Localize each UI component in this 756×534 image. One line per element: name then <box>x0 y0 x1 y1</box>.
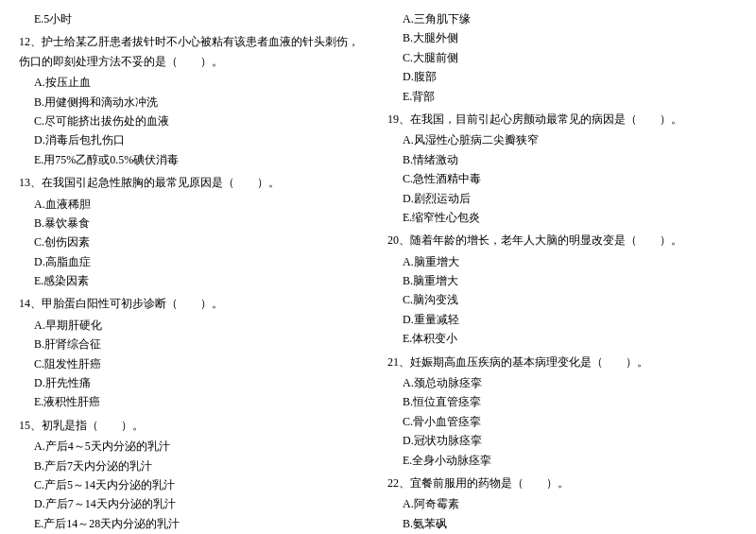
page-content: E.5小时12、护士给某乙肝患者拔针时不小心被粘有该患者血液的针头刺伤，伤口的即… <box>19 9 737 534</box>
option-text: A.三角肌下缘 <box>387 9 737 28</box>
left-column: E.5小时12、护士给某乙肝患者拔针时不小心被粘有该患者血液的针头刺伤，伤口的即… <box>19 9 369 534</box>
question-title: 19、在我国，目前引起心房颤动最常见的病因是（ ）。 <box>387 110 737 129</box>
option-text: B.暴饮暴食 <box>19 214 369 233</box>
option-text: A.阿奇霉素 <box>387 494 737 513</box>
option-text: E.体积变小 <box>387 329 737 348</box>
option-e5: E.5小时 <box>19 9 369 28</box>
option-text: E.液积性肝癌 <box>19 392 369 411</box>
option-text: B.肝肾综合征 <box>19 335 369 353</box>
option-text: E.产后14～28天内分泌的乳汁 <box>19 514 369 533</box>
question-title: 21、妊娠期高血压疾病的基本病理变化是（ ）。 <box>387 353 737 371</box>
option-text: A.按压止血 <box>19 73 369 92</box>
option-text: B.氨苯砜 <box>387 514 737 533</box>
question-title: 12、护士给某乙肝患者拔针时不小心被粘有该患者血液的针头刺伤，伤口的即刻处理方法… <box>19 32 369 71</box>
question-block: 22、宜餐前服用的药物是（ ）。A.阿奇霉素B.氨苯砜C.阿司匹林D.维生素CE… <box>387 474 737 534</box>
option-text: A.血液稀胆 <box>19 195 369 214</box>
option-text: A.脑重增大 <box>387 252 737 271</box>
question-title: 15、初乳是指（ ）。 <box>19 416 369 435</box>
option-text: E.背部 <box>387 87 737 106</box>
question-title: 22、宜餐前服用的药物是（ ）。 <box>387 474 737 492</box>
question-block: 21、妊娠期高血压疾病的基本病理变化是（ ）。A.颈总动脉痉挛B.恒位直管痉挛C… <box>387 353 737 470</box>
option-text: B.情绪激动 <box>387 150 737 169</box>
option-text: D.高脂血症 <box>19 252 369 271</box>
option-text: C.急性酒精中毒 <box>387 169 737 188</box>
option-text: B.脑重增大 <box>387 271 737 290</box>
right-column: A.三角肌下缘B.大腿外侧C.大腿前侧D.腹部E.背部19、在我国，目前引起心房… <box>387 9 737 534</box>
option-text: A.风湿性心脏病二尖瓣狭窄 <box>387 130 737 149</box>
question-title: 14、甲胎蛋白阳性可初步诊断（ ）。 <box>19 294 369 313</box>
option-text: A.早期肝硬化 <box>19 316 369 335</box>
question-block: 19、在我国，目前引起心房颤动最常见的病因是（ ）。A.风湿性心脏病二尖瓣狭窄B… <box>387 110 737 227</box>
option-text: D.消毒后包扎伤口 <box>19 130 369 149</box>
option-text: D.剧烈运动后 <box>387 189 737 208</box>
option-text: B.用健侧拇和滴动水冲洗 <box>19 93 369 112</box>
option-text: A.产后4～5天内分泌的乳汁 <box>19 437 369 456</box>
option-text: C.阻发性肝癌 <box>19 354 369 373</box>
option-text: D.腹部 <box>387 67 737 86</box>
option-text: C.脑沟变浅 <box>387 290 737 309</box>
option-text: E.缩窄性心包炎 <box>387 208 737 227</box>
option-text: C.创伤因素 <box>19 233 369 251</box>
option-text: B.大腿外侧 <box>387 28 737 47</box>
option-text: E.用75%乙醇或0.5%碘伏消毒 <box>19 150 369 169</box>
option-text: D.肝先性痛 <box>19 373 369 392</box>
option-text: B.产后7天内分泌的乳汁 <box>19 456 369 475</box>
question-block: 13、在我国引起急性脓胸的最常见原因是（ ）。A.血液稀胆B.暴饮暴食C.创伤因… <box>19 173 369 290</box>
option-text: C.产后5～14天内分泌的乳汁 <box>19 475 369 494</box>
question-block: 14、甲胎蛋白阳性可初步诊断（ ）。A.早期肝硬化B.肝肾综合征C.阻发性肝癌D… <box>19 294 369 411</box>
option-text: C.大腿前侧 <box>387 48 737 67</box>
option-text: D.重量减轻 <box>387 310 737 329</box>
question-block: 15、初乳是指（ ）。A.产后4～5天内分泌的乳汁B.产后7天内分泌的乳汁C.产… <box>19 416 369 533</box>
option-text: E.感染因素 <box>19 271 369 290</box>
question-block: A.三角肌下缘B.大腿外侧C.大腿前侧D.腹部E.背部 <box>387 9 737 106</box>
option-text: B.恒位直管痉挛 <box>387 392 737 411</box>
option-text: D.冠状功脉痉挛 <box>387 431 737 450</box>
question-title: 20、随着年龄的增长，老年人大脑的明显改变是（ ）。 <box>387 231 737 250</box>
option-text: A.颈总动脉痉挛 <box>387 373 737 392</box>
option-text: C.尽可能挤出拔伤处的血液 <box>19 112 369 130</box>
question-title: 13、在我国引起急性脓胸的最常见原因是（ ）。 <box>19 173 369 192</box>
option-text: E.全身小动脉痉挛 <box>387 451 737 470</box>
question-block: 20、随着年龄的增长，老年人大脑的明显改变是（ ）。A.脑重增大B.脑重增大C.… <box>387 231 737 348</box>
option-text: C.骨小血管痉挛 <box>387 412 737 431</box>
option-text: D.产后7～14天内分泌的乳汁 <box>19 494 369 513</box>
question-block: 12、护士给某乙肝患者拔针时不小心被粘有该患者血液的针头刺伤，伤口的即刻处理方法… <box>19 32 369 169</box>
option-text: E.5小时 <box>19 9 369 28</box>
